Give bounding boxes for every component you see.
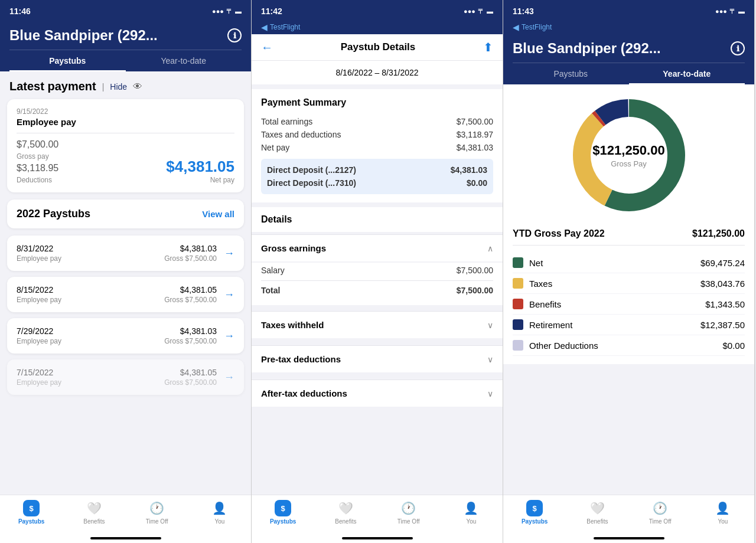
hide-link[interactable]: Hide <box>110 82 127 91</box>
nav-paystubs-1[interactable]: $ Paystubs <box>11 500 52 525</box>
wifi-icon-3: 〒 <box>729 7 736 16</box>
nav-you-3[interactable]: 👤 You <box>702 500 744 525</box>
benefits-label: Benefits <box>529 299 561 309</box>
tab-ytd-1[interactable]: Year-to-date <box>126 50 242 71</box>
bottom-nav-3: $ Paystubs 🤍 Benefits 🕐 Time Off 👤 You <box>503 495 754 543</box>
tab-ytd-3[interactable]: Year-to-date <box>629 63 745 84</box>
paystub-details-title: Paystub Details <box>341 41 416 53</box>
payment-summary-section: Payment Summary Total earnings $7,500.00… <box>252 89 503 202</box>
card-date: 9/15/2022 <box>17 107 234 116</box>
nav-timeoff-label-2: Time Off <box>397 518 420 525</box>
ytd-legend: YTD Gross Pay 2022 $121,250.00 Net $69,4… <box>503 220 754 364</box>
signal-icon-2: ●●● <box>464 8 475 15</box>
wifi-icon: 〒 <box>226 7 233 16</box>
back-arrow-tf-3[interactable]: ◀ <box>513 22 519 32</box>
ytd-content: $121,250.00 Gross Pay YTD Gross Pay 2022… <box>503 84 754 495</box>
back-arrow-2[interactable]: ← <box>261 41 273 54</box>
status-bar-3: 11:43 ●●● 〒 ▬ <box>503 0 754 21</box>
you-icon: 👤 <box>211 500 228 516</box>
nav-benefits-3[interactable]: 🤍 Benefits <box>576 500 618 525</box>
list-item[interactable]: 8/31/2022 Employee pay $4,381.03 Gross $… <box>7 235 244 271</box>
taxes-withheld-title: Taxes withheld <box>261 320 324 330</box>
details-scroll: 8/16/2022 – 8/31/2022 Payment Summary To… <box>252 61 503 495</box>
donut-center: $121,250.00 Gross Pay <box>592 143 664 168</box>
pretax-title: Pre-tax deductions <box>261 354 341 364</box>
you-icon-2: 👤 <box>463 500 480 516</box>
card-left: $7,500.00 Gross pay $3,118.95 Deductions <box>17 139 58 184</box>
card-row: $7,500.00 Gross pay $3,118.95 Deductions… <box>17 139 234 184</box>
list-item[interactable]: 7/15/2022 Employee pay $4,381.05 Gross $… <box>7 359 244 395</box>
retirement-value: $12,387.50 <box>700 320 745 330</box>
signal-icon: ●●● <box>212 8 224 15</box>
timeoff-icon-3: 🕐 <box>652 500 669 516</box>
nav-benefits-label: Benefits <box>83 518 105 525</box>
scroll-content-1: Latest payment | Hide 👁 9/15/2022 Employ… <box>0 71 251 495</box>
other-value: $0.00 <box>722 341 745 351</box>
expandable-gross-earnings[interactable]: Gross earnings ∧ <box>252 234 503 261</box>
share-icon[interactable]: ⬆ <box>483 40 493 54</box>
list-item[interactable]: 7/29/2022 Employee pay $4,381.03 Gross $… <box>7 318 244 354</box>
info-icon-1[interactable]: ℹ <box>227 28 242 42</box>
view-all-link[interactable]: View all <box>202 209 234 219</box>
back-arrow-tf-2[interactable]: ◀ <box>261 22 268 32</box>
status-bar-1: 11:46 ●●● 〒 ▬ <box>0 0 251 21</box>
expandable-aftertax[interactable]: After-tax deductions ∨ <box>252 380 503 407</box>
list-item[interactable]: 8/15/2022 Employee pay $4,381.05 Gross $… <box>7 277 244 312</box>
chevron-down-icon: ∨ <box>487 389 493 398</box>
summary-row-dd1: Direct Deposit (...2127) $4,381.03 <box>267 163 487 176</box>
ytd-title-row: YTD Gross Pay 2022 $121,250.00 <box>513 228 745 246</box>
detail-line-salary: Salary $7,500.00 <box>261 263 493 278</box>
eye-icon[interactable]: 👁 <box>133 81 142 92</box>
nav-benefits-2[interactable]: 🤍 Benefits <box>325 500 366 525</box>
nav-paystubs-label-3: Paystubs <box>522 518 548 525</box>
nav-benefits-1[interactable]: 🤍 Benefits <box>73 500 115 525</box>
nav-benefits-label-3: Benefits <box>586 518 608 525</box>
chevron-right-icon: → <box>224 330 234 342</box>
nav-timeoff-label-3: Time Off <box>649 518 672 525</box>
tab-paystubs-3[interactable]: Paystubs <box>513 63 629 84</box>
app-header-3: Blue Sandpiper (292... ℹ Paystubs Year-t… <box>503 34 754 84</box>
ytd-item-net: Net $69,475.24 <box>513 253 745 273</box>
testflight-bar-2: ◀ TestFlight <box>252 21 503 34</box>
expandable-taxes-withheld[interactable]: Taxes withheld ∨ <box>252 311 503 338</box>
nav-timeoff-3[interactable]: 🕐 Time Off <box>640 500 681 525</box>
testflight-label-3: TestFlight <box>522 23 552 31</box>
latest-payment-header: Latest payment | Hide 👁 <box>0 71 251 99</box>
info-icon-3[interactable]: ℹ <box>731 41 745 55</box>
other-swatch <box>513 340 523 351</box>
paystubs-icon: $ <box>23 500 40 516</box>
nav-timeoff-2[interactable]: 🕐 Time Off <box>388 500 429 525</box>
app-header-top-1: Blue Sandpiper (292... ℹ <box>9 27 242 50</box>
nav-timeoff-1[interactable]: 🕐 Time Off <box>136 500 178 525</box>
paystubs-icon-3: $ <box>526 500 543 516</box>
net-swatch <box>513 257 523 268</box>
nav-paystubs-label-2: Paystubs <box>270 518 296 525</box>
battery-icon: ▬ <box>235 8 242 15</box>
net-pay-col: $4,381.05 Net pay <box>166 158 234 184</box>
timeoff-icon: 🕐 <box>149 500 165 516</box>
home-indicator-3 <box>594 537 664 539</box>
nav-paystubs-3[interactable]: $ Paystubs <box>514 500 555 525</box>
status-time-3: 11:43 <box>513 6 534 16</box>
gross-pay-label: Gross pay <box>17 152 58 161</box>
gross-earnings-title: Gross earnings <box>261 243 326 253</box>
tab-paystubs-1[interactable]: Paystubs <box>9 50 126 71</box>
retirement-swatch <box>513 319 523 330</box>
net-pay-label: Net pay <box>166 176 234 184</box>
status-icons-1: ●●● 〒 ▬ <box>212 7 242 16</box>
ytd-item-benefits: Benefits $1,343.50 <box>513 294 745 315</box>
nav-you-1[interactable]: 👤 You <box>199 500 240 525</box>
wifi-icon-2: 〒 <box>478 7 484 16</box>
testflight-bar-3: ◀ TestFlight <box>503 21 754 34</box>
net-value: $69,475.24 <box>700 258 745 268</box>
signal-icon-3: ●●● <box>715 8 727 15</box>
nav-you-2[interactable]: 👤 You <box>451 500 492 525</box>
net-label: Net <box>529 258 543 268</box>
net-pay-amount: $4,381.05 <box>166 158 234 176</box>
nav-you-label-2: You <box>466 518 476 525</box>
app-title-3: Blue Sandpiper (292... <box>513 40 661 57</box>
nav-paystubs-2[interactable]: $ Paystubs <box>262 500 304 525</box>
expandable-pretax[interactable]: Pre-tax deductions ∨ <box>252 345 503 372</box>
phone-1: 11:46 ●●● 〒 ▬ Blue Sandpiper (292... ℹ P… <box>0 0 252 543</box>
benefits-icon: 🤍 <box>86 500 102 516</box>
